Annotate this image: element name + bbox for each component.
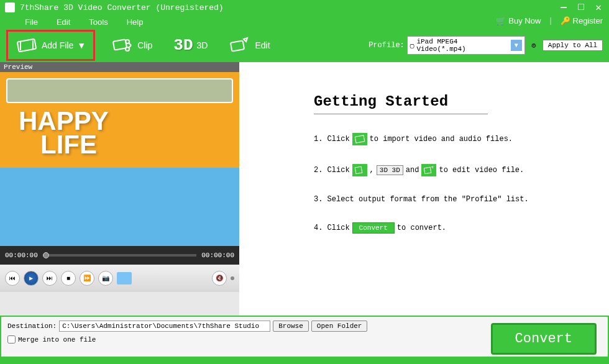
play-button[interactable]: ▶ (24, 271, 39, 286)
step-4: 4. Click Convert to convert. (314, 222, 590, 234)
volume-indicator (231, 276, 234, 280)
divider: | (548, 17, 552, 25)
time-start: 00:00:00 (5, 252, 38, 259)
buy-now-link[interactable]: 🛒 Buy Now (496, 16, 541, 25)
time-end: 00:00:00 (201, 252, 234, 259)
svg-rect-3 (113, 39, 127, 50)
3d-icon-label: 3D (173, 36, 193, 55)
merge-checkbox[interactable] (7, 335, 16, 344)
stop-button[interactable]: ■ (61, 271, 76, 286)
destination-label: Destination: (7, 322, 57, 330)
next-button[interactable]: ⏩ (80, 271, 94, 286)
close-button[interactable]: ✕ (593, 1, 604, 14)
profile-label: Profile: (369, 41, 405, 50)
film-icon (16, 37, 38, 54)
inline-edit-icon (421, 164, 436, 176)
forward-button[interactable]: ⏭ (42, 271, 57, 286)
preview-panel: Preview HAPPY LIFE 00:00:00 00:00:00 ⏮ ▶… (0, 62, 239, 316)
apply-to-all-button[interactable]: Apply to All (543, 40, 603, 51)
svg-line-7 (129, 45, 131, 48)
add-file-label: Add File (42, 40, 73, 50)
slider-thumb[interactable] (43, 252, 49, 258)
convert-button[interactable]: Convert (491, 323, 597, 355)
menu-help[interactable]: Help (127, 17, 144, 27)
key-icon: 🔑 (561, 16, 570, 25)
titlebar: 7thShare 3D Video Converter (Unregistere… (0, 0, 609, 15)
clip-button[interactable]: Clip (106, 34, 157, 57)
menu-file[interactable]: File (25, 17, 38, 27)
profile-section: Profile: ▢ iPad MPEG4 Video(*.mp4) ▼ ⚙ A… (369, 36, 603, 55)
svg-rect-9 (355, 135, 365, 143)
clip-icon (111, 37, 134, 54)
preview-image: HAPPY LIFE (0, 72, 239, 246)
folder-button[interactable] (117, 272, 132, 284)
footer-strip (0, 358, 609, 364)
inline-convert-badge: Convert (352, 222, 395, 234)
device-icon: ▢ (410, 42, 414, 50)
playback-slider[interactable] (43, 254, 196, 257)
time-bar: 00:00:00 00:00:00 (0, 246, 239, 265)
mute-button[interactable]: 🔇 (212, 271, 227, 286)
clip-label: Clip (137, 40, 152, 50)
menu-edit[interactable]: Edit (57, 17, 70, 27)
svg-rect-10 (355, 166, 362, 174)
merge-label: Merge into one file (18, 336, 96, 344)
edit-icon (229, 37, 251, 54)
maximize-button[interactable]: □ (575, 2, 587, 13)
getting-started-title: Getting Started (314, 93, 590, 110)
step-3: 3. Select output format from the "Profil… (314, 195, 590, 204)
browse-button[interactable]: Browse (273, 321, 309, 332)
profile-value: iPad MPEG4 Video(*.mp4) (416, 38, 508, 53)
register-label: Register (573, 16, 603, 25)
settings-button[interactable]: ⚙ (528, 39, 540, 52)
add-file-button[interactable]: Add File ▼ (6, 30, 95, 61)
preview-label: Preview (0, 62, 239, 72)
svg-rect-11 (424, 167, 431, 174)
inline-film-icon (352, 133, 367, 145)
app-logo-icon (5, 2, 15, 12)
3d-label: 3D (197, 40, 208, 50)
menubar: File Edit Tools Help 🛒 Buy Now | 🔑 Regis… (0, 15, 609, 29)
bottom-bar: Destination: Browse Open Folder Merge in… (0, 316, 609, 358)
gear-icon: ⚙ (531, 41, 536, 50)
3d-button[interactable]: 3D 3D (168, 34, 213, 57)
step-2: 2. Click , 3D 3D and to edit video file. (314, 164, 590, 176)
snapshot-button[interactable]: 📷 (98, 271, 113, 286)
cart-icon: 🛒 (496, 16, 506, 25)
getting-started-panel: Getting Started 1. Click to import video… (239, 62, 609, 316)
toolbar: Add File ▼ Clip 3D 3D Edit (0, 29, 609, 62)
profile-select[interactable]: ▢ iPad MPEG4 Video(*.mp4) ▼ (407, 36, 525, 55)
rewind-button[interactable]: ⏮ (5, 271, 20, 286)
inline-3d-badge: 3D 3D (377, 165, 403, 175)
step-1: 1. Click to import video and audio files… (314, 133, 590, 145)
buy-now-label: Buy Now (508, 16, 541, 25)
minimize-button[interactable]: — (558, 2, 569, 13)
playback-controls: ⏮ ▶ ⏭ ■ ⏩ 📷 🔇 (0, 265, 239, 292)
open-folder-button[interactable]: Open Folder (311, 321, 368, 332)
chevron-down-icon: ▼ (511, 40, 522, 51)
inline-clip-icon (352, 164, 367, 176)
svg-rect-8 (231, 40, 244, 51)
edit-label: Edit (255, 40, 270, 50)
menu-tools[interactable]: Tools (89, 17, 108, 27)
window-title: 7thShare 3D Video Converter (Unregistere… (20, 3, 552, 12)
edit-button[interactable]: Edit (224, 34, 275, 57)
destination-input[interactable] (59, 321, 270, 332)
dropdown-arrow-icon: ▼ (77, 40, 86, 50)
register-link[interactable]: 🔑 Register (561, 16, 603, 25)
